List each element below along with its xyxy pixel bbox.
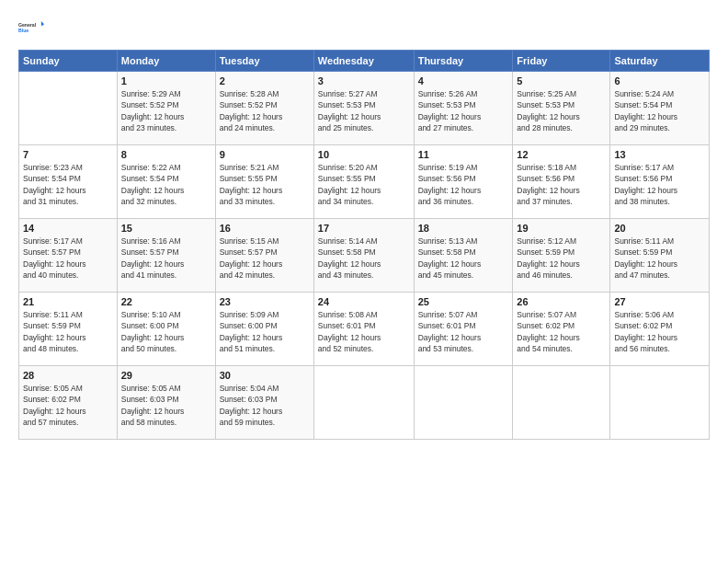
day-number: 30 <box>220 370 310 381</box>
day-number: 20 <box>614 223 705 234</box>
day-info: Sunrise: 5:10 AM Sunset: 6:00 PM Dayligh… <box>121 309 211 354</box>
calendar-cell: 18Sunrise: 5:13 AM Sunset: 5:58 PM Dayli… <box>414 219 513 293</box>
day-number: 9 <box>220 149 310 160</box>
calendar-cell: 13Sunrise: 5:17 AM Sunset: 5:56 PM Dayli… <box>610 145 710 219</box>
day-number: 6 <box>614 75 705 86</box>
day-number: 28 <box>23 370 113 381</box>
day-info: Sunrise: 5:17 AM Sunset: 5:56 PM Dayligh… <box>614 162 705 207</box>
day-number: 5 <box>517 75 606 86</box>
calendar-cell: 8Sunrise: 5:22 AM Sunset: 5:54 PM Daylig… <box>117 145 215 219</box>
calendar-cell: 1Sunrise: 5:29 AM Sunset: 5:52 PM Daylig… <box>117 72 215 145</box>
header-day-wednesday: Wednesday <box>313 51 414 72</box>
calendar-cell: 21Sunrise: 5:11 AM Sunset: 5:59 PM Dayli… <box>19 293 118 366</box>
day-info: Sunrise: 5:14 AM Sunset: 5:58 PM Dayligh… <box>318 236 410 281</box>
calendar-cell: 16Sunrise: 5:15 AM Sunset: 5:57 PM Dayli… <box>215 219 313 293</box>
day-info: Sunrise: 5:11 AM Sunset: 5:59 PM Dayligh… <box>614 236 705 281</box>
day-number: 22 <box>121 296 211 307</box>
calendar-cell: 17Sunrise: 5:14 AM Sunset: 5:58 PM Dayli… <box>313 219 414 293</box>
day-info: Sunrise: 5:15 AM Sunset: 5:57 PM Dayligh… <box>220 236 310 281</box>
day-number: 26 <box>517 296 606 307</box>
svg-text:Blue: Blue <box>18 28 28 33</box>
day-info: Sunrise: 5:04 AM Sunset: 6:03 PM Dayligh… <box>220 383 310 428</box>
page: General Blue SundayMondayTuesdayWednesda… <box>0 0 728 563</box>
day-info: Sunrise: 5:24 AM Sunset: 5:54 PM Dayligh… <box>614 88 705 133</box>
calendar-cell: 25Sunrise: 5:07 AM Sunset: 6:01 PM Dayli… <box>414 293 513 366</box>
day-info: Sunrise: 5:07 AM Sunset: 6:01 PM Dayligh… <box>418 309 509 354</box>
day-number: 19 <box>517 223 606 234</box>
header: General Blue <box>18 15 710 40</box>
day-number: 27 <box>614 296 705 307</box>
day-info: Sunrise: 5:09 AM Sunset: 6:00 PM Dayligh… <box>220 309 310 354</box>
calendar-cell: 5Sunrise: 5:25 AM Sunset: 5:53 PM Daylig… <box>513 72 610 145</box>
day-number: 11 <box>418 149 509 160</box>
day-info: Sunrise: 5:21 AM Sunset: 5:55 PM Dayligh… <box>220 162 310 207</box>
day-info: Sunrise: 5:29 AM Sunset: 5:52 PM Dayligh… <box>121 88 211 133</box>
day-number: 14 <box>23 223 113 234</box>
day-info: Sunrise: 5:18 AM Sunset: 5:56 PM Dayligh… <box>517 162 606 207</box>
day-info: Sunrise: 5:05 AM Sunset: 6:03 PM Dayligh… <box>121 383 211 428</box>
day-number: 8 <box>121 149 211 160</box>
calendar-cell: 28Sunrise: 5:05 AM Sunset: 6:02 PM Dayli… <box>19 366 118 440</box>
day-number: 7 <box>23 149 113 160</box>
day-number: 24 <box>318 296 410 307</box>
calendar-cell: 2Sunrise: 5:28 AM Sunset: 5:52 PM Daylig… <box>215 72 313 145</box>
calendar-cell: 24Sunrise: 5:08 AM Sunset: 6:01 PM Dayli… <box>313 293 414 366</box>
calendar-cell: 19Sunrise: 5:12 AM Sunset: 5:59 PM Dayli… <box>513 219 610 293</box>
day-number: 23 <box>220 296 310 307</box>
calendar-cell: 15Sunrise: 5:16 AM Sunset: 5:57 PM Dayli… <box>117 219 215 293</box>
day-number: 1 <box>121 75 211 86</box>
day-number: 12 <box>517 149 606 160</box>
calendar-cell: 26Sunrise: 5:07 AM Sunset: 6:02 PM Dayli… <box>513 293 610 366</box>
calendar-cell <box>414 366 513 440</box>
day-number: 17 <box>318 223 410 234</box>
calendar-cell <box>313 366 414 440</box>
week-row-0: 1Sunrise: 5:29 AM Sunset: 5:52 PM Daylig… <box>19 72 710 145</box>
day-info: Sunrise: 5:16 AM Sunset: 5:57 PM Dayligh… <box>121 236 211 281</box>
day-number: 4 <box>418 75 509 86</box>
day-info: Sunrise: 5:23 AM Sunset: 5:54 PM Dayligh… <box>23 162 113 207</box>
header-day-friday: Friday <box>513 51 610 72</box>
calendar-cell: 30Sunrise: 5:04 AM Sunset: 6:03 PM Dayli… <box>215 366 313 440</box>
header-day-monday: Monday <box>117 51 215 72</box>
day-info: Sunrise: 5:22 AM Sunset: 5:54 PM Dayligh… <box>121 162 211 207</box>
day-number: 29 <box>121 370 211 381</box>
day-info: Sunrise: 5:20 AM Sunset: 5:55 PM Dayligh… <box>318 162 410 207</box>
svg-text:General: General <box>18 22 37 28</box>
day-info: Sunrise: 5:05 AM Sunset: 6:02 PM Dayligh… <box>23 383 113 428</box>
day-number: 16 <box>220 223 310 234</box>
header-day-tuesday: Tuesday <box>215 51 313 72</box>
calendar-cell: 12Sunrise: 5:18 AM Sunset: 5:56 PM Dayli… <box>513 145 610 219</box>
day-info: Sunrise: 5:13 AM Sunset: 5:58 PM Dayligh… <box>418 236 509 281</box>
calendar-cell <box>513 366 610 440</box>
calendar-cell: 22Sunrise: 5:10 AM Sunset: 6:00 PM Dayli… <box>117 293 215 366</box>
day-info: Sunrise: 5:12 AM Sunset: 5:59 PM Dayligh… <box>517 236 606 281</box>
calendar-cell: 29Sunrise: 5:05 AM Sunset: 6:03 PM Dayli… <box>117 366 215 440</box>
day-number: 25 <box>418 296 509 307</box>
svg-marker-2 <box>41 21 44 27</box>
day-number: 13 <box>614 149 705 160</box>
calendar-table: SundayMondayTuesdayWednesdayThursdayFrid… <box>18 50 710 440</box>
day-info: Sunrise: 5:26 AM Sunset: 5:53 PM Dayligh… <box>418 88 509 133</box>
calendar-cell: 11Sunrise: 5:19 AM Sunset: 5:56 PM Dayli… <box>414 145 513 219</box>
day-info: Sunrise: 5:17 AM Sunset: 5:57 PM Dayligh… <box>23 236 113 281</box>
day-number: 2 <box>220 75 310 86</box>
header-day-thursday: Thursday <box>414 51 513 72</box>
day-number: 18 <box>418 223 509 234</box>
calendar-cell <box>19 72 118 145</box>
day-info: Sunrise: 5:07 AM Sunset: 6:02 PM Dayligh… <box>517 309 606 354</box>
calendar-cell: 10Sunrise: 5:20 AM Sunset: 5:55 PM Dayli… <box>313 145 414 219</box>
day-info: Sunrise: 5:19 AM Sunset: 5:56 PM Dayligh… <box>418 162 509 207</box>
calendar-cell: 20Sunrise: 5:11 AM Sunset: 5:59 PM Dayli… <box>610 219 710 293</box>
calendar-cell: 27Sunrise: 5:06 AM Sunset: 6:02 PM Dayli… <box>610 293 710 366</box>
calendar-cell: 3Sunrise: 5:27 AM Sunset: 5:53 PM Daylig… <box>313 72 414 145</box>
week-row-2: 14Sunrise: 5:17 AM Sunset: 5:57 PM Dayli… <box>19 219 710 293</box>
calendar-cell: 6Sunrise: 5:24 AM Sunset: 5:54 PM Daylig… <box>610 72 710 145</box>
logo-icon: General Blue <box>18 15 44 40</box>
header-day-saturday: Saturday <box>610 51 710 72</box>
day-info: Sunrise: 5:27 AM Sunset: 5:53 PM Dayligh… <box>318 88 410 133</box>
calendar-cell: 9Sunrise: 5:21 AM Sunset: 5:55 PM Daylig… <box>215 145 313 219</box>
day-info: Sunrise: 5:11 AM Sunset: 5:59 PM Dayligh… <box>23 309 113 354</box>
week-row-1: 7Sunrise: 5:23 AM Sunset: 5:54 PM Daylig… <box>19 145 710 219</box>
day-info: Sunrise: 5:06 AM Sunset: 6:02 PM Dayligh… <box>614 309 705 354</box>
day-number: 15 <box>121 223 211 234</box>
